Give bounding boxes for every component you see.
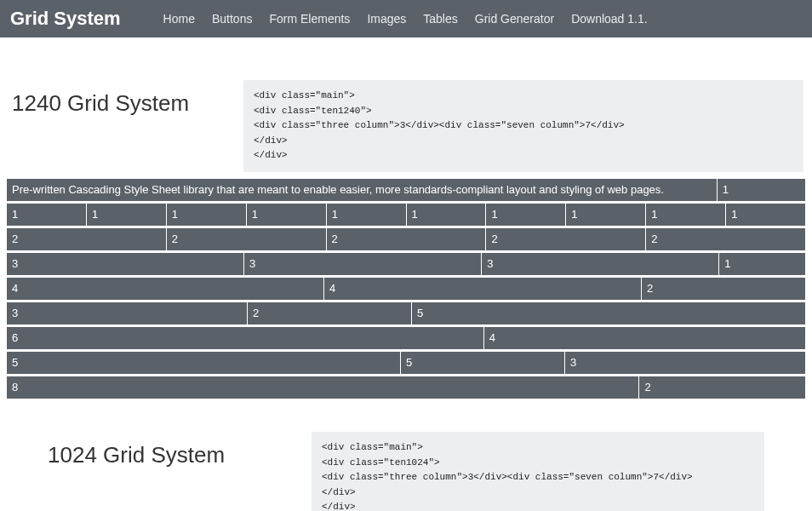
grid-cell: 5 bbox=[7, 352, 400, 374]
grid-cell: 1 bbox=[407, 204, 486, 226]
code-block-1240: <div class="main"> <div class="ten1240">… bbox=[243, 80, 803, 172]
nav-link-tables[interactable]: Tables bbox=[423, 12, 457, 26]
section-1240: 1240 Grid System <div class="main"> <div… bbox=[0, 72, 812, 172]
grid-cell: 1 bbox=[486, 204, 565, 226]
grid-cell: 1 bbox=[87, 204, 166, 226]
grid-intro-row: Pre-written Cascading Style Sheet librar… bbox=[7, 179, 805, 201]
grid-cell: 4 bbox=[324, 278, 641, 300]
grid-cell: 4 bbox=[484, 327, 805, 349]
grid-cell: 2 bbox=[646, 228, 805, 250]
grid-row: 6 4 bbox=[7, 327, 805, 349]
grid-cell: 3 bbox=[7, 253, 243, 275]
grid-row: 2 2 2 2 2 bbox=[7, 228, 805, 250]
grid-cell: 2 bbox=[642, 278, 805, 300]
nav-links: Home Buttons Form Elements Images Tables… bbox=[163, 12, 648, 26]
grid-cell: 1 bbox=[327, 204, 406, 226]
grid-cell: 1 bbox=[7, 204, 86, 226]
grid-row: 8 2 bbox=[7, 376, 805, 399]
nav-link-form-elements[interactable]: Form Elements bbox=[269, 12, 350, 26]
grid-cell: 4 bbox=[7, 278, 323, 300]
grid-row: 4 4 2 bbox=[7, 278, 805, 300]
grid-cell: 3 bbox=[482, 253, 718, 275]
grid-row: 3 3 3 1 bbox=[7, 253, 805, 275]
grid-cell: 3 bbox=[565, 352, 805, 374]
nav-link-home[interactable]: Home bbox=[163, 12, 195, 26]
grid-cell: 1 bbox=[726, 204, 805, 226]
section-1024: 1024 Grid System <div class="main"> <div… bbox=[0, 423, 812, 511]
grid-intro-text: Pre-written Cascading Style Sheet librar… bbox=[7, 179, 717, 201]
navbar: Grid System Home Buttons Form Elements I… bbox=[0, 0, 812, 37]
grid-cell: 8 bbox=[7, 376, 638, 399]
grid-cell: 1 bbox=[566, 204, 645, 226]
grid-cell: 2 bbox=[167, 228, 326, 250]
grid-cell: 3 bbox=[7, 302, 247, 324]
grid-cell: 2 bbox=[639, 376, 805, 399]
section-title-1240: 1240 Grid System bbox=[9, 80, 243, 117]
grid-cell: 1 bbox=[646, 204, 725, 226]
section-title-1024: 1024 Grid System bbox=[48, 432, 312, 468]
brand-title: Grid System bbox=[10, 8, 121, 30]
grid-demo-1240: Pre-written Cascading Style Sheet librar… bbox=[0, 172, 812, 399]
nav-link-images[interactable]: Images bbox=[367, 12, 406, 26]
grid-cell: 2 bbox=[327, 228, 486, 250]
nav-link-buttons[interactable]: Buttons bbox=[212, 12, 252, 26]
grid-cell: 5 bbox=[412, 302, 805, 324]
grid-cell: 1 bbox=[719, 253, 805, 275]
code-block-1024: <div class="main"> <div class="ten1024">… bbox=[312, 432, 764, 511]
nav-link-download[interactable]: Download 1.1. bbox=[571, 12, 648, 26]
grid-row: 5 5 3 bbox=[7, 352, 805, 374]
grid-intro-side: 1 bbox=[718, 179, 805, 201]
grid-cell: 5 bbox=[401, 352, 564, 374]
grid-cell: 1 bbox=[247, 204, 326, 226]
grid-cell: 2 bbox=[248, 302, 411, 324]
grid-row: 1 1 1 1 1 1 1 1 1 1 bbox=[7, 204, 805, 226]
grid-cell: 2 bbox=[486, 228, 645, 250]
grid-cell: 3 bbox=[244, 253, 481, 275]
nav-link-grid-generator[interactable]: Grid Generator bbox=[475, 12, 554, 26]
grid-cell: 1 bbox=[167, 204, 246, 226]
grid-row: 3 2 5 bbox=[7, 302, 805, 324]
grid-cell: 6 bbox=[7, 327, 483, 349]
grid-cell: 2 bbox=[7, 228, 166, 250]
